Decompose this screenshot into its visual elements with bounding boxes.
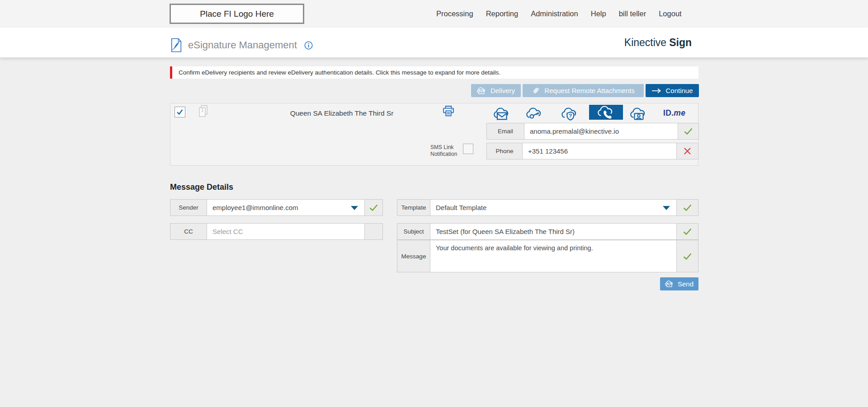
message-field-group: Message Your documents are available for… [397, 240, 698, 272]
cc-status-empty [365, 224, 382, 239]
topbar: Place FI Logo Here Processing Reporting … [0, 0, 868, 28]
send-button-label: Send [678, 280, 693, 288]
method-cloud-remote-id-icon[interactable] [630, 107, 648, 121]
fi-logo-text: Place FI Logo Here [200, 9, 274, 19]
nav-reporting[interactable]: Reporting [486, 9, 519, 18]
email-valid-check-icon [678, 123, 698, 139]
subject-field-group: Subject [397, 223, 698, 240]
svg-text:1: 1 [201, 108, 203, 113]
chevron-down-icon [663, 206, 670, 210]
template-value: Default Template [436, 204, 486, 211]
page-title: eSignature Management [188, 39, 297, 51]
continue-button-label: Continue [665, 87, 693, 94]
subject-label: Subject [397, 224, 430, 239]
recipient-name: Queen SA Elizabeth The Third Sr [269, 109, 414, 117]
nav-processing[interactable]: Processing [436, 9, 473, 18]
recipient-checkbox[interactable] [175, 107, 185, 117]
svg-text:x: x [172, 48, 173, 51]
send-button[interactable]: Send [660, 277, 698, 290]
document-signature-icon: x [170, 38, 183, 52]
method-cloud-security-question-icon[interactable]: ? [561, 107, 579, 121]
method-cloud-access-key-icon[interactable] [526, 107, 544, 121]
document-count-icon[interactable]: 1 [198, 105, 208, 118]
fi-logo-placeholder: Place FI Logo Here [170, 4, 304, 24]
template-valid-check-icon [677, 200, 698, 215]
nav-username[interactable]: bill teller [619, 9, 646, 18]
request-remote-attachments-label: Request Remote Attachments [544, 87, 634, 94]
sms-link-notification-label: SMS Link Notification [430, 144, 460, 158]
page-header: x eSignature Management Kinective Sign [0, 28, 868, 58]
edelivery-alert-message[interactable]: Confirm eDelivery recipients and review … [170, 66, 698, 79]
svg-text:?: ? [569, 112, 572, 119]
page-header-left: x eSignature Management [170, 28, 313, 60]
cc-field-group: CC [170, 223, 383, 240]
cc-label: CC [170, 224, 207, 239]
cloud-envelope-icon [665, 280, 674, 288]
method-cloud-email-icon[interactable] [493, 107, 511, 121]
brand-product: Sign [669, 37, 692, 49]
subject-input[interactable] [430, 224, 677, 239]
sender-select[interactable]: employee1@immonline.com [207, 200, 365, 215]
email-field-group: Email [486, 123, 699, 140]
subject-valid-check-icon [677, 224, 698, 239]
phone-invalid-x-icon [677, 143, 698, 159]
sms-link-notification-checkbox[interactable] [463, 144, 473, 154]
message-textarea[interactable]: Your documents are available for viewing… [430, 240, 677, 272]
chevron-down-icon [351, 206, 358, 210]
arrow-right-icon [651, 88, 661, 94]
printer-icon[interactable] [442, 104, 455, 118]
idme-logo-italic: me [674, 108, 685, 117]
template-select[interactable]: Default Template [430, 200, 677, 215]
template-field-group: Template Default Template [397, 199, 698, 216]
cloud-envelope-icon [477, 87, 486, 95]
message-label: Message [397, 240, 430, 272]
idme-logo-bold: ID. [663, 108, 674, 117]
phone-field-group: Phone [486, 143, 698, 159]
cloud-phone-icon [597, 105, 615, 119]
esignature-management-page: Place FI Logo Here Processing Reporting … [0, 0, 868, 407]
check-icon [176, 108, 184, 116]
sender-label: Sender [170, 200, 207, 215]
alert-text: Confirm eDelivery recipients and review … [179, 69, 500, 76]
message-details-heading: Message Details [170, 182, 233, 192]
delivery-button-label: Delivery [491, 87, 515, 94]
email-label: Email [487, 123, 524, 139]
method-cloud-phone-selected[interactable] [589, 105, 623, 120]
continue-button[interactable]: Continue [646, 84, 699, 97]
phone-label: Phone [487, 143, 522, 159]
request-remote-attachments-button[interactable]: Request Remote Attachments [523, 84, 644, 97]
info-icon[interactable] [304, 41, 313, 50]
template-label: Template [397, 200, 430, 215]
cc-input[interactable] [207, 224, 365, 239]
paperclip-icon [532, 86, 540, 95]
sender-field-group: Sender employee1@immonline.com [170, 199, 383, 216]
delivery-button[interactable]: Delivery [471, 84, 521, 97]
message-valid-check-icon [677, 240, 698, 272]
phone-input[interactable] [522, 143, 677, 159]
nav-administration[interactable]: Administration [531, 9, 578, 18]
method-idme-button[interactable]: ID.me [663, 108, 685, 118]
brand-logo: Kinective Sign [624, 28, 692, 57]
nav-help[interactable]: Help [591, 9, 606, 18]
nav-logout[interactable]: Logout [659, 9, 681, 18]
top-navigation: Processing Reporting Administration Help… [436, 0, 682, 28]
brand-name: Kinective [624, 37, 666, 49]
sender-valid-check-icon [365, 200, 382, 215]
recipient-card: 1 Queen SA Elizabeth The Third Sr [170, 103, 698, 166]
content-area: Confirm eDelivery recipients and review … [0, 58, 868, 407]
sender-value: employee1@immonline.com [212, 204, 298, 211]
email-input[interactable] [524, 123, 678, 139]
